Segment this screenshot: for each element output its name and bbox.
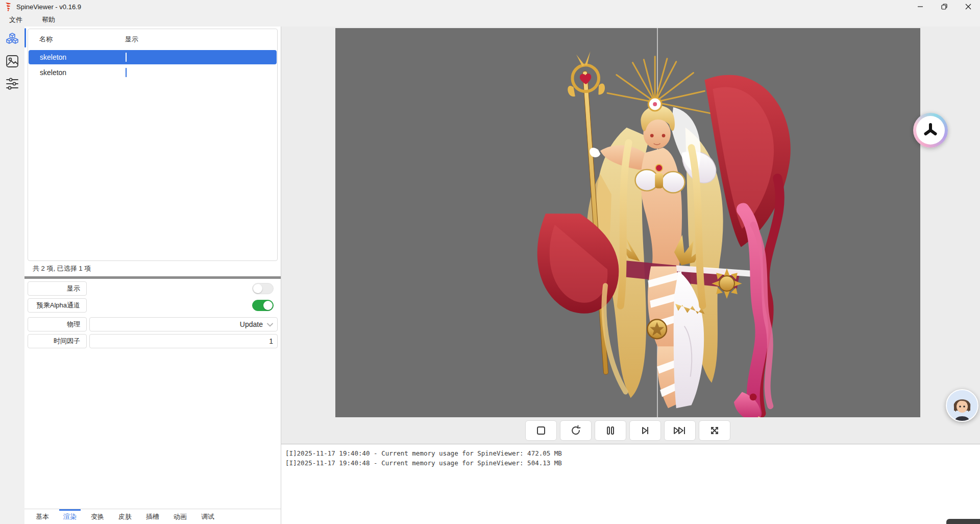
step-forward-icon (640, 425, 650, 436)
menubar: 文件 帮助 (0, 13, 980, 27)
list-status-text: 共 2 项, 已选择 1 项 (24, 261, 281, 276)
spineviewer-window: SpineViewer - v0.16.9 文件 帮助 (0, 0, 980, 524)
property-label: 物理 (28, 317, 87, 331)
cubes-icon (5, 32, 19, 47)
fullscreen-button[interactable] (699, 420, 730, 441)
tab-skin[interactable]: 皮肤 (112, 509, 138, 524)
restart-button[interactable] (560, 420, 592, 441)
close-button[interactable] (956, 0, 980, 13)
visibility-checkbox[interactable] (126, 68, 127, 77)
minimize-button[interactable] (908, 0, 932, 13)
viewport-region: [I]2025-11-17 19:40:40 - Current memory … (281, 27, 980, 524)
corner-overlay-pill (946, 519, 980, 524)
property-row-time-factor: 时间因子 1 (28, 334, 278, 348)
models-tab-button[interactable] (5, 32, 20, 47)
app-logo-icon (4, 2, 12, 11)
property-label: 显示 (28, 281, 87, 296)
visibility-checkbox[interactable] (126, 53, 127, 62)
restart-icon (570, 425, 581, 436)
playback-controls (335, 417, 920, 444)
overlay-assistant-logo-button[interactable] (913, 113, 948, 148)
stop-icon (536, 425, 546, 436)
pause-icon (605, 425, 616, 436)
property-label: 时间因子 (28, 334, 87, 348)
tri-spoke-logo-icon (916, 116, 945, 145)
log-line: [I]2025-11-17 19:40:40 - Current memory … (285, 448, 980, 458)
user-avatar[interactable] (946, 389, 978, 422)
chevron-down-icon (267, 320, 273, 328)
physics-dropdown[interactable]: Update (240, 320, 273, 328)
fast-forward-icon (673, 425, 687, 436)
skeleton-name: skeleton (29, 53, 126, 61)
active-rail-tab-indicator (24, 28, 26, 47)
display-toggle[interactable] (252, 283, 274, 294)
panel-spacer (24, 351, 281, 509)
fullscreen-icon (709, 425, 720, 436)
tab-basic[interactable]: 基本 (30, 509, 55, 524)
image-icon (6, 55, 19, 69)
left-panel: 名称 显示 skeleton skeleton 共 2 项, 已选择 1 项 (24, 27, 281, 524)
tab-animation[interactable]: 动画 (167, 509, 193, 524)
skeleton-row[interactable]: skeleton (29, 50, 277, 64)
skeleton-row[interactable]: skeleton (29, 65, 277, 80)
stop-button[interactable] (525, 420, 557, 441)
restore-button[interactable] (932, 0, 956, 13)
window-controls (908, 0, 980, 13)
physics-dropdown-value: Update (240, 320, 263, 328)
step-forward-button[interactable] (629, 420, 661, 441)
property-row-premultiplied-alpha: 预乘Alpha通道 (28, 298, 278, 313)
list-header: 名称 显示 (28, 29, 277, 50)
time-factor-field[interactable]: 1 (89, 334, 278, 348)
log-line: [I]2025-11-17 19:40:48 - Current memory … (285, 458, 980, 468)
skeleton-list: 名称 显示 skeleton skeleton (28, 29, 278, 261)
property-row-display: 显示 (28, 281, 278, 296)
window-title: SpineViewer - v0.16.9 (16, 3, 81, 11)
column-header-name: 名称 (28, 35, 125, 44)
fast-forward-button[interactable] (664, 420, 696, 441)
menu-file[interactable]: 文件 (6, 14, 26, 26)
property-row-physics: 物理 Update (28, 317, 278, 331)
pause-button[interactable] (595, 420, 626, 441)
log-panel: [I]2025-11-17 19:40:40 - Current memory … (281, 444, 980, 524)
skeleton-name: skeleton (29, 68, 126, 77)
character-illustration (523, 42, 809, 417)
left-icon-rail (0, 27, 24, 524)
tab-render[interactable]: 渲染 (57, 509, 83, 524)
titlebar: SpineViewer - v0.16.9 (0, 0, 980, 13)
property-label: 预乘Alpha通道 (28, 298, 87, 313)
render-canvas[interactable] (335, 28, 920, 417)
textures-tab-button[interactable] (5, 54, 20, 69)
column-header-visible: 显示 (125, 35, 277, 44)
property-tabbar: 基本 渲染 变换 皮肤 插槽 动画 调试 (24, 509, 281, 524)
premultiplied-alpha-toggle[interactable] (252, 300, 274, 311)
tab-transform[interactable]: 变换 (85, 509, 110, 524)
settings-tab-button[interactable] (5, 77, 20, 92)
sliders-icon (6, 78, 19, 91)
tab-slot[interactable]: 插槽 (140, 509, 165, 524)
property-grid: 显示 预乘Alpha通道 物理 Update (24, 279, 281, 351)
menu-help[interactable]: 帮助 (39, 14, 58, 26)
main-area: 名称 显示 skeleton skeleton 共 2 项, 已选择 1 项 (0, 27, 980, 524)
tab-debug[interactable]: 调试 (195, 509, 220, 524)
